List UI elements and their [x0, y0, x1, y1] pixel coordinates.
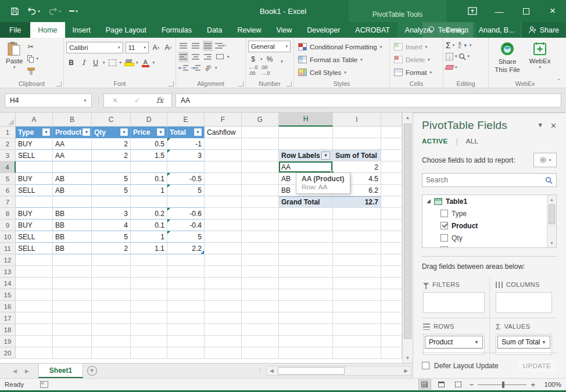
row-header-15[interactable]: 15	[0, 289, 16, 301]
copy-button[interactable]: ▾	[27, 54, 38, 63]
field-item-type[interactable]: Type	[422, 207, 547, 220]
cell-F8[interactable]	[205, 208, 242, 220]
scrollbar-resize-handle[interactable]: ⋮	[257, 368, 263, 374]
cell-I18[interactable]	[333, 324, 381, 336]
cell-J6[interactable]	[381, 185, 402, 196]
cell-J9[interactable]	[381, 220, 402, 231]
cell-D14[interactable]	[131, 278, 167, 289]
cell-I15[interactable]	[333, 289, 381, 301]
cell-H9[interactable]	[279, 220, 333, 231]
cell-C13[interactable]	[92, 266, 131, 278]
cell-G2[interactable]	[242, 138, 279, 150]
cell-C15[interactable]	[92, 289, 131, 301]
format-cells-button[interactable]: Format▾	[392, 66, 434, 78]
scroll-left-icon[interactable]: ◀	[267, 368, 277, 373]
ribbon-tab-view[interactable]: View	[268, 22, 299, 38]
cell-B11[interactable]: BB	[53, 243, 92, 254]
cut-button[interactable]: ✂	[27, 42, 38, 51]
tab-all[interactable]: ALL	[466, 138, 479, 145]
cell-B17[interactable]	[53, 312, 92, 324]
sheet-tab-sheet1[interactable]: Sheet1	[38, 364, 83, 378]
cell-C10[interactable]: 5	[92, 231, 131, 243]
macro-record-icon[interactable]	[40, 381, 48, 388]
cell-C12[interactable]	[92, 254, 131, 266]
webex-button[interactable]: WebEx ▾	[524, 39, 556, 71]
column-header-E[interactable]: E	[167, 113, 205, 127]
increase-indent-button[interactable]: ⇥	[191, 63, 200, 73]
sheet-nav-next-icon[interactable]: ▶	[25, 368, 29, 374]
cell-H16[interactable]	[279, 301, 333, 312]
undo-button[interactable]: ▾	[27, 7, 40, 15]
cell-H4[interactable]: AA	[279, 161, 333, 173]
vertical-scrollbar[interactable]: ▲ ▼	[402, 113, 413, 363]
cell-D1[interactable]: Price▾	[131, 127, 167, 138]
align-bottom-button[interactable]	[203, 41, 213, 51]
cancel-entry-icon[interactable]: ✕	[112, 96, 118, 105]
cell-E7[interactable]	[167, 196, 205, 208]
expand-triangle-icon[interactable]	[427, 199, 431, 203]
ribbon-tab-formulas[interactable]: Formulas	[154, 22, 199, 38]
update-button[interactable]: UPDATE	[517, 360, 557, 372]
cell-H20[interactable]	[279, 347, 333, 359]
cell-B6[interactable]: AB	[53, 185, 92, 196]
decrease-decimal-button[interactable]: .00→.0	[260, 65, 270, 75]
sheet-nav-prev-icon[interactable]: ◀	[13, 368, 17, 374]
cell-G19[interactable]	[242, 336, 279, 347]
cell-E11[interactable]: 2.2	[167, 243, 205, 254]
scroll-up-icon[interactable]: ▲	[403, 113, 413, 123]
cell-J10[interactable]	[381, 231, 402, 243]
cell-D20[interactable]	[131, 347, 167, 359]
cell-C18[interactable]	[92, 324, 131, 336]
cell-A16[interactable]	[16, 301, 53, 312]
cell-A13[interactable]	[16, 266, 53, 278]
ribbon-tab-file[interactable]: File	[0, 22, 30, 38]
cell-J15[interactable]	[381, 289, 402, 301]
cell-B14[interactable]	[53, 278, 92, 289]
cell-B3[interactable]: AA	[53, 150, 92, 161]
cell-E18[interactable]	[167, 324, 205, 336]
cell-H1[interactable]	[279, 127, 333, 138]
scroll-right-icon[interactable]: ▶	[401, 368, 411, 373]
format-as-table-button[interactable]: Format as Table▾	[296, 53, 384, 66]
field-checkbox-type[interactable]	[440, 210, 448, 217]
cell-H3[interactable]: Row Labels▾	[279, 150, 333, 161]
cell-A3[interactable]: SELL	[16, 150, 53, 161]
cell-C8[interactable]: 3	[92, 208, 131, 220]
cell-A15[interactable]	[16, 289, 53, 301]
cell-G9[interactable]	[242, 220, 279, 231]
bold-button[interactable]: B	[66, 57, 76, 68]
cell-D2[interactable]: 0.5	[131, 138, 167, 150]
accounting-format-button[interactable]: $	[248, 54, 258, 64]
row-header-18[interactable]: 18	[0, 324, 16, 336]
ribbon-tab-insert[interactable]: Insert	[65, 22, 98, 38]
cell-I7[interactable]: 12.7	[333, 196, 381, 208]
decrease-font-button[interactable]: A˅	[163, 42, 173, 53]
cell-F11[interactable]	[205, 243, 242, 254]
rows-drop-zone[interactable]: Product▼	[423, 334, 485, 355]
cell-J19[interactable]	[381, 336, 402, 347]
cell-G17[interactable]	[242, 312, 279, 324]
clipboard-dialog-launcher[interactable]	[56, 81, 62, 87]
cell-B9[interactable]: BB	[53, 220, 92, 231]
cell-E13[interactable]	[167, 266, 205, 278]
cell-A1[interactable]: Type▾	[16, 127, 53, 138]
number-format-combo[interactable]: General▾	[248, 41, 291, 52]
share-button[interactable]: Share	[521, 22, 566, 38]
cell-D8[interactable]: 0.2	[131, 208, 167, 220]
insert-function-button[interactable]: fx	[156, 96, 163, 105]
cell-A12[interactable]	[16, 254, 53, 266]
cell-I11[interactable]	[333, 243, 381, 254]
cell-I13[interactable]	[333, 266, 381, 278]
filters-drop-zone[interactable]	[423, 292, 485, 313]
filter-button-type-icon[interactable]: ▾	[42, 128, 50, 136]
cell-G5[interactable]	[242, 173, 279, 185]
field-list-scroll-up-icon[interactable]: ▲	[547, 195, 556, 204]
conditional-formatting-button[interactable]: Conditional Formatting▾	[296, 41, 384, 53]
format-painter-button[interactable]	[27, 66, 38, 75]
cell-G1[interactable]	[242, 127, 279, 138]
cell-B8[interactable]: BB	[53, 208, 92, 220]
ribbon-tab-home[interactable]: Home	[30, 22, 65, 38]
cell-I3[interactable]: Sum of Total	[333, 150, 381, 161]
column-header-C[interactable]: C	[92, 113, 131, 127]
cell-F19[interactable]	[205, 336, 242, 347]
